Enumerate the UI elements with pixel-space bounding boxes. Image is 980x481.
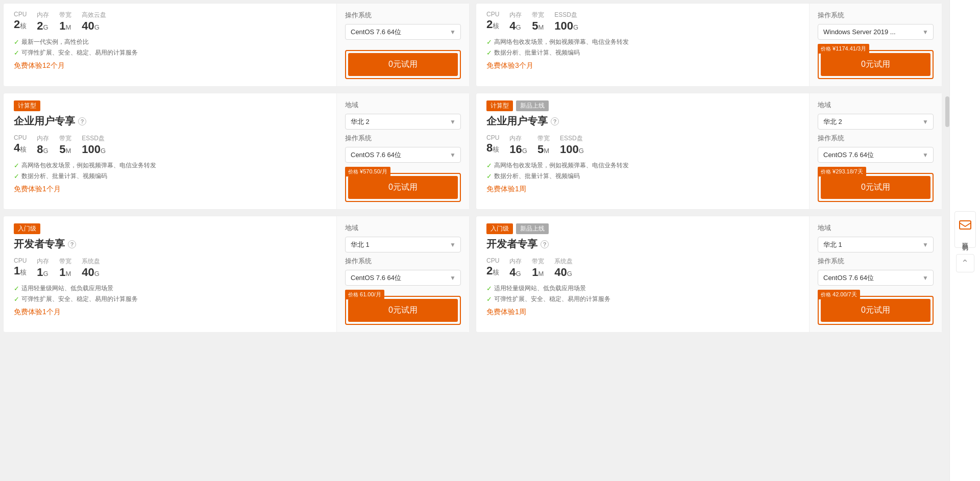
features-card-tr: ✓ 高网络包收发场景，例如视频弹幕、电信业务转发✓ 数据分析、批量计算、视频编码 bbox=[486, 38, 799, 57]
spec-unit: M bbox=[544, 147, 549, 155]
title-card-br: 开发者专享? bbox=[486, 237, 799, 251]
sidebar-right: 联系我们 ⌃ bbox=[949, 0, 980, 481]
help-icon-card-ml[interactable]: ? bbox=[78, 117, 86, 125]
badge-new-card-br: 新品上线 bbox=[516, 223, 549, 234]
os-select-card-mr[interactable]: CentOS 7.6 64位 bbox=[818, 147, 934, 163]
svg-rect-0 bbox=[960, 221, 971, 229]
spec-value: 1G bbox=[37, 266, 49, 279]
card-right-card-tr: 操作系统Windows Server 2019 ...▼价格 ¥1174.41/… bbox=[809, 4, 942, 86]
spec-value: 1M bbox=[532, 266, 544, 279]
spec-value: 40G bbox=[554, 266, 573, 279]
spec-unit: M bbox=[538, 23, 544, 31]
region-select-card-tl[interactable]: CentOS 7.6 64位 bbox=[345, 24, 461, 40]
region-select-wrap-card-tl: CentOS 7.6 64位▼ bbox=[345, 24, 461, 40]
spec-label: 带宽 bbox=[59, 257, 71, 266]
title-card-ml: 企业用户专享? bbox=[14, 114, 326, 128]
region-select-card-br[interactable]: 华北 1 bbox=[818, 237, 934, 252]
os-select-card-bl[interactable]: CentOS 7.6 64位 bbox=[345, 270, 461, 286]
spec-value: 2核 bbox=[486, 18, 499, 31]
spec-value: 16G bbox=[509, 143, 527, 156]
try-button-card-tl[interactable]: 0元试用 bbox=[348, 53, 458, 76]
price-tag-card-ml: 价格 ¥570.50/月 bbox=[345, 167, 390, 176]
spec-label: 高效云盘 bbox=[82, 11, 106, 19]
spec-value: 40G bbox=[82, 266, 100, 279]
scrollbar-track[interactable] bbox=[945, 0, 949, 481]
spec-label: 系统盘 bbox=[82, 257, 100, 266]
spec-label: 内存 bbox=[509, 257, 522, 266]
os-select-wrap-card-br: CentOS 7.6 64位▼ bbox=[818, 270, 934, 286]
os-select-card-ml[interactable]: CentOS 7.6 64位 bbox=[345, 147, 461, 163]
spec-unit: G bbox=[43, 23, 48, 31]
spec-unit: M bbox=[66, 23, 71, 31]
spec-item: 高效云盘40G bbox=[82, 11, 106, 33]
spec-unit: M bbox=[538, 270, 544, 277]
region-select-card-bl[interactable]: 华北 1 bbox=[345, 237, 461, 252]
feature-item: ✓ 可弹性扩展、安全、稳定、易用的计算服务 bbox=[14, 48, 326, 57]
feature-item: ✓ 高网络包收发场景，例如视频弹幕、电信业务转发 bbox=[486, 38, 799, 46]
specs-row-card-tr: CPU2核内存4G带宽5MESSD盘100G bbox=[486, 11, 799, 33]
os-label-card-mr: 操作系统 bbox=[818, 134, 934, 143]
spec-value: 100G bbox=[554, 19, 578, 33]
feature-item: ✓ 适用轻量级网站、低负载应用场景 bbox=[486, 284, 799, 293]
card-card-mr: 计算型新品上线企业用户专享?CPU8核内存16G带宽5MESSD盘100G✓ 高… bbox=[476, 93, 942, 210]
region-select-wrap-card-tr: Windows Server 2019 ...▼ bbox=[818, 24, 934, 40]
spec-label: ESSD盘 bbox=[82, 134, 106, 143]
feature-item: ✓ 数据分析、批量计算、视频编码 bbox=[486, 48, 799, 57]
spec-unit: G bbox=[43, 147, 48, 155]
spec-label: CPU bbox=[486, 11, 499, 18]
row-1: 计算型企业用户专享?CPU4核内存8G带宽5MESSD盘100G✓ 高网络包收发… bbox=[0, 90, 945, 213]
spec-item: 带宽1M bbox=[59, 257, 71, 279]
spec-unit: G bbox=[579, 147, 584, 155]
free-trial-card-ml: 免费体验1个月 bbox=[14, 185, 326, 194]
region-select-card-mr[interactable]: 华北 2 bbox=[818, 114, 934, 130]
region-label-card-tl: 操作系统 bbox=[345, 11, 461, 20]
spec-unit: 核 bbox=[20, 22, 27, 30]
price-tag-card-bl: 价格 61.00/月 bbox=[345, 290, 384, 299]
help-icon-card-bl[interactable]: ? bbox=[68, 240, 76, 248]
contact-us-button[interactable]: 联系我们 bbox=[954, 211, 976, 248]
spec-value: 40G bbox=[82, 19, 106, 33]
spec-item: 带宽1M bbox=[59, 11, 71, 33]
spec-item: CPU2核 bbox=[486, 11, 499, 33]
help-icon-card-mr[interactable]: ? bbox=[551, 117, 559, 125]
try-button-card-ml[interactable]: 0元试用 bbox=[348, 176, 458, 199]
try-button-card-mr[interactable]: 0元试用 bbox=[821, 176, 930, 199]
features-card-ml: ✓ 高网络包收发场景，例如视频弹幕、电信业务转发✓ 数据分析、批量计算、视频编码 bbox=[14, 161, 326, 181]
spec-unit: 核 bbox=[20, 268, 27, 276]
try-button-card-br[interactable]: 0元试用 bbox=[821, 299, 930, 322]
spec-item: 系统盘40G bbox=[82, 257, 100, 279]
spec-unit: G bbox=[522, 147, 527, 155]
spec-value: 1核 bbox=[14, 264, 27, 277]
try-button-card-tr[interactable]: 0元试用 bbox=[821, 53, 930, 76]
card-left-card-tl: CPU2核内存2G带宽1M高效云盘40G✓ 最新一代实例，高性价比✓ 可弹性扩展… bbox=[4, 4, 336, 86]
region-select-wrap-card-ml: 华北 2▼ bbox=[345, 114, 461, 130]
free-trial-card-mr: 免费体验1周 bbox=[486, 185, 799, 194]
scrollbar-thumb[interactable] bbox=[945, 96, 949, 127]
specs-row-card-ml: CPU4核内存8G带宽5MESSD盘100G bbox=[14, 134, 326, 156]
spec-value: 100G bbox=[560, 143, 584, 156]
region-select-card-tr[interactable]: Windows Server 2019 ... bbox=[818, 24, 934, 40]
card-right-card-ml: 地域华北 2▼操作系统CentOS 7.6 64位▼价格 ¥570.50/月0元… bbox=[336, 93, 469, 209]
specs-row-card-br: CPU2核内存4G带宽1M系统盘40G bbox=[486, 257, 799, 279]
try-button-card-bl[interactable]: 0元试用 bbox=[348, 299, 458, 322]
card-left-card-br: 入门级新品上线开发者专享?CPU2核内存4G带宽1M系统盘40G✓ 适用轻量级网… bbox=[476, 216, 809, 332]
spec-label: 内存 bbox=[37, 11, 49, 19]
spec-label: ESSD盘 bbox=[554, 11, 578, 19]
feature-item: ✓ 高网络包收发场景，例如视频弹幕、电信业务转发 bbox=[14, 161, 326, 170]
help-icon-card-br[interactable]: ? bbox=[541, 240, 549, 248]
region-select-card-ml[interactable]: 华北 2 bbox=[345, 114, 461, 130]
card-card-tl: CPU2核内存2G带宽1M高效云盘40G✓ 最新一代实例，高性价比✓ 可弹性扩展… bbox=[3, 3, 470, 87]
title-card-bl: 开发者专享? bbox=[14, 237, 326, 251]
back-top-button[interactable]: ⌃ bbox=[956, 254, 974, 272]
spec-item: CPU8核 bbox=[486, 134, 499, 156]
region-select-wrap-card-mr: 华北 2▼ bbox=[818, 114, 934, 130]
spec-label: 系统盘 bbox=[554, 257, 573, 266]
features-card-bl: ✓ 适用轻量级网站、低负载应用场景✓ 可弹性扩展、安全、稳定、易用的计算服务 bbox=[14, 284, 326, 303]
spec-value: 100G bbox=[82, 143, 106, 156]
os-select-card-br[interactable]: CentOS 7.6 64位 bbox=[818, 270, 934, 286]
spec-item: ESSD盘100G bbox=[82, 134, 106, 156]
feature-item: ✓ 可弹性扩展、安全、稳定、易用的计算服务 bbox=[14, 295, 326, 303]
card-right-card-tl: 操作系统CentOS 7.6 64位▼0元试用 bbox=[336, 4, 469, 86]
main-content: CPU2核内存2G带宽1M高效云盘40G✓ 最新一代实例，高性价比✓ 可弹性扩展… bbox=[0, 0, 945, 481]
features-card-mr: ✓ 高网络包收发场景，例如视频弹幕、电信业务转发✓ 数据分析、批量计算、视频编码 bbox=[486, 161, 799, 181]
